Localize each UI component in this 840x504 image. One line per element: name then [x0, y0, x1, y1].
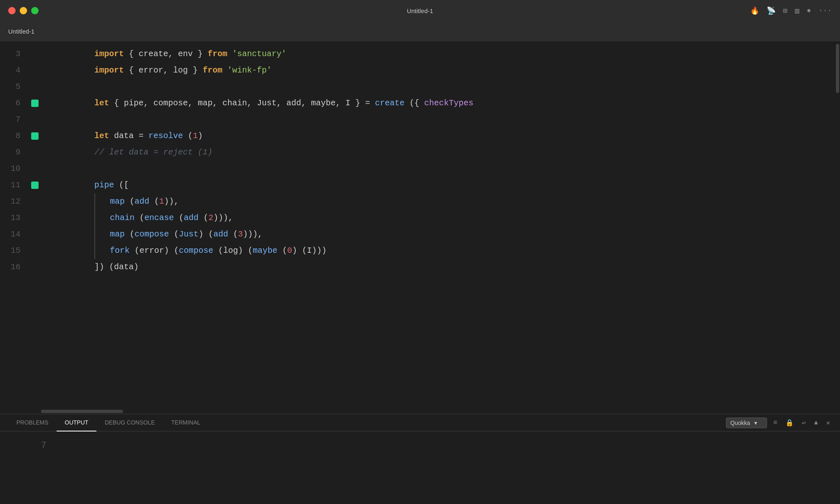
close-button[interactable]: [8, 7, 16, 14]
wrap-icon[interactable]: ↩: [800, 417, 808, 429]
editor-container: 3 import { create, env } from 'sanctuary…: [0, 42, 840, 414]
layout-split-icon[interactable]: ⊞: [783, 6, 788, 15]
line-number-16: 16: [0, 259, 29, 275]
maximize-button[interactable]: [31, 7, 39, 14]
panel-tab-bar: PROBLEMS OUTPUT DEBUG CONSOLE TERMINAL Q…: [0, 414, 840, 431]
sidebar-icon[interactable]: ▥: [795, 6, 799, 15]
traffic-lights: [8, 7, 39, 14]
tab-bar: Untitled-1: [0, 21, 840, 42]
editor-main: 3 import { create, env } from 'sanctuary…: [0, 42, 840, 409]
code-line-6: 6 let { pipe, compose, map, chain, Just,…: [0, 95, 840, 111]
gutter-8: [29, 132, 41, 140]
window-title: Untitled-1: [407, 7, 433, 14]
tab-terminal[interactable]: TERMINAL: [163, 414, 209, 431]
gutter-11: [29, 182, 41, 189]
broadcast-icon[interactable]: 📡: [767, 6, 776, 15]
gutter-indicator-11: [31, 182, 39, 189]
code-line-16: 16 ]) (data): [0, 259, 840, 275]
line-number-4: 4: [0, 62, 29, 79]
file-tab[interactable]: Untitled-1: [8, 28, 34, 35]
line-number-8: 8: [0, 128, 29, 144]
line-number-14: 14: [0, 226, 29, 243]
line-number-5: 5: [0, 79, 29, 95]
vertical-scrollbar[interactable]: [835, 42, 840, 409]
line-number-15: 15: [0, 243, 29, 259]
scrollbar-thumb[interactable]: [836, 44, 839, 93]
output-line: 7: [41, 438, 799, 454]
panel-content: 7: [0, 431, 840, 504]
line-number-9: 9: [0, 144, 29, 161]
gutter-6: [29, 100, 41, 107]
line-number-7: 7: [0, 111, 29, 128]
line-number-11: 11: [0, 177, 29, 193]
tab-output[interactable]: OUTPUT: [57, 414, 97, 431]
code-area[interactable]: 3 import { create, env } from 'sanctuary…: [0, 42, 840, 409]
close-panel-icon[interactable]: ✕: [824, 417, 832, 429]
expand-icon[interactable]: ▲: [813, 418, 820, 428]
horizontal-scrollbar[interactable]: [0, 409, 840, 414]
gutter-indicator-8: [31, 132, 39, 140]
line-number-12: 12: [0, 193, 29, 210]
panel-right-actions: Quokka ▾ ≡ 🔒 ↩ ▲ ✕: [726, 417, 832, 429]
lock-icon[interactable]: 🔒: [784, 417, 795, 429]
more-options-icon[interactable]: ···: [819, 7, 832, 15]
code-content-16: ]) (data): [41, 243, 840, 292]
title-bar-actions: 🔥 📡 ⊞ ▥ ● ···: [750, 6, 832, 15]
gutter-indicator-6: [31, 100, 39, 107]
line-number-10: 10: [0, 161, 29, 177]
h-scrollbar-thumb[interactable]: [41, 410, 123, 413]
chevron-down-icon: ▾: [754, 420, 757, 426]
line-number-13: 13: [0, 210, 29, 226]
tab-debug-console[interactable]: DEBUG CONSOLE: [96, 414, 163, 431]
clear-output-icon[interactable]: ≡: [772, 418, 779, 428]
output-source-dropdown[interactable]: Quokka ▾: [726, 418, 767, 428]
status-circle-icon[interactable]: ●: [807, 7, 811, 15]
tab-problems[interactable]: PROBLEMS: [8, 414, 57, 431]
code-line-9: 9 // let data = reject (1): [0, 144, 840, 161]
code-line-4: 4 import { error, log } from 'wink-fp': [0, 62, 840, 79]
line-number-6: 6: [0, 95, 29, 111]
output-line-number: 7: [41, 438, 46, 454]
title-bar: Untitled-1 🔥 📡 ⊞ ▥ ● ···: [0, 0, 840, 21]
panel: PROBLEMS OUTPUT DEBUG CONSOLE TERMINAL Q…: [0, 414, 840, 504]
flame-icon[interactable]: 🔥: [750, 6, 759, 15]
minimize-button[interactable]: [20, 7, 27, 14]
line-number-3: 3: [0, 46, 29, 62]
